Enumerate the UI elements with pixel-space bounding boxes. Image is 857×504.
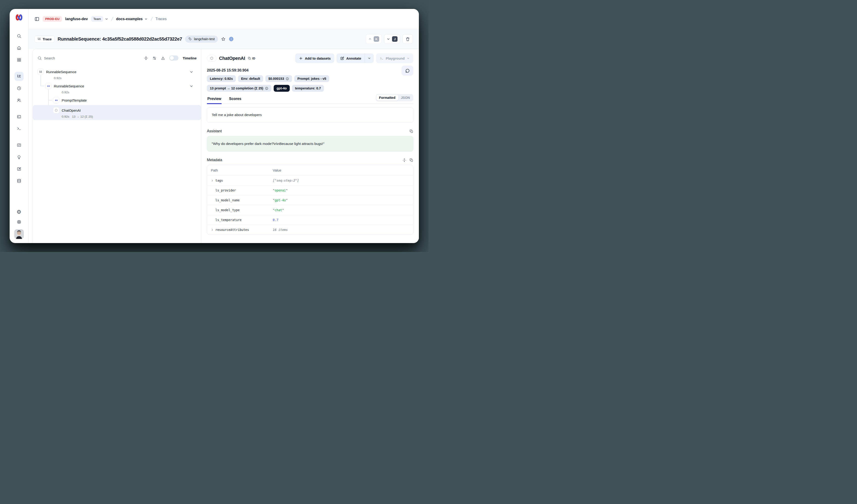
sidebar-item-traces[interactable]: [14, 72, 23, 81]
span-icon: [53, 97, 60, 103]
sidebar-item-sessions[interactable]: [14, 84, 23, 93]
sidebar-item-playground[interactable]: [14, 124, 23, 133]
annotate-dropdown-button[interactable]: [365, 53, 374, 63]
annotation-queue-icon: [17, 167, 21, 171]
tree-node-chatopenai-selected[interactable]: ChatOpenAI 0.92s 13 → 12 (Σ 25): [33, 105, 201, 120]
sidebar-item-evaluations[interactable]: [14, 141, 23, 150]
breadcrumb-page[interactable]: Traces: [155, 17, 167, 21]
info-icon: [286, 77, 289, 81]
tree-node-sequence-2[interactable]: RunnableSequence: [37, 83, 197, 89]
next-observation-button[interactable]: J: [384, 34, 400, 44]
chevron-down-icon: [144, 17, 148, 21]
add-to-datasets-button[interactable]: Add to datasets: [295, 53, 334, 63]
comments-button[interactable]: [401, 66, 413, 76]
sidebar-item-dashboards[interactable]: [14, 55, 23, 65]
tree-node-label: PromptTemplate: [62, 98, 87, 102]
sidebar-item-search[interactable]: [14, 31, 23, 40]
format-json[interactable]: JSON: [398, 95, 413, 101]
copy-icon: [248, 57, 251, 60]
sidebar-item-support[interactable]: [14, 218, 23, 227]
evaluations-icon: [17, 143, 21, 147]
search-input[interactable]: [44, 56, 79, 60]
copy-icon[interactable]: [409, 129, 413, 133]
bookmark-star-icon[interactable]: [221, 37, 226, 41]
search-icon: [17, 34, 21, 38]
delete-trace-button[interactable]: [402, 34, 413, 44]
playground-terminal-icon: [17, 126, 21, 131]
metadata-table: Path Value tags ["seq:step:2"] ls_provid…: [207, 165, 413, 235]
trace-detail-card: Timeline RunnableSequence 0.92s: [33, 49, 419, 243]
copy-id-button[interactable]: ID: [248, 57, 255, 60]
tree-node-root[interactable]: RunnableSequence: [37, 68, 197, 75]
sessions-clock-icon: [17, 86, 21, 91]
tokens-badge[interactable]: 13 prompt → 12 completion (Σ 25): [207, 85, 271, 92]
expand-all-icon[interactable]: [402, 158, 406, 162]
keycap-k: K: [374, 36, 379, 42]
table-row[interactable]: ls_model_name "gpt-4o": [207, 195, 413, 205]
format-formatted[interactable]: Formatted: [376, 95, 398, 101]
table-row[interactable]: ls_provider "openai": [207, 186, 413, 195]
tab-scores[interactable]: Scores: [229, 95, 241, 104]
model-badge[interactable]: gpt-4o: [274, 85, 290, 92]
tree-toolbar: Timeline: [37, 54, 197, 63]
span-icon: [45, 83, 52, 89]
tree-node-metrics: 0.92s 13 → 12 (Σ 25): [37, 114, 197, 119]
copy-icon[interactable]: [409, 158, 413, 162]
table-row[interactable]: tags ["seq:step:2"]: [207, 176, 413, 186]
sidebar-item-home[interactable]: [14, 44, 23, 53]
trace-header: Trace RunnableSequence: 4c35a5f52ca0588d…: [29, 29, 419, 49]
user-avatar[interactable]: [14, 229, 24, 239]
sidebar-item-datasets[interactable]: [14, 176, 23, 186]
chevron-down-icon[interactable]: [189, 84, 194, 88]
playground-button[interactable]: Playground: [376, 53, 413, 63]
public-globe-icon[interactable]: [229, 36, 234, 41]
tab-preview[interactable]: Preview: [207, 95, 222, 104]
annotate-button[interactable]: Annotate: [337, 53, 365, 63]
table-row[interactable]: ls_temperature 0.7: [207, 215, 413, 225]
observation-actions: Add to datasets Annotate P: [295, 53, 413, 63]
chevron-right-icon[interactable]: [211, 179, 214, 182]
chevron-up-icon: [368, 37, 372, 41]
prev-observation-button[interactable]: K: [366, 34, 382, 44]
tree-settings-icon[interactable]: [152, 56, 157, 60]
download-icon[interactable]: [161, 56, 165, 60]
openai-icon: [207, 55, 217, 62]
table-row[interactable]: resourceAttributes 16 items: [207, 225, 413, 234]
metadata-table-header: Path Value: [207, 165, 413, 176]
temperature-badge: temperature: 0.7: [292, 85, 324, 92]
sidebar-toggle-button[interactable]: [34, 17, 39, 21]
chevron-down-icon[interactable]: [189, 70, 194, 74]
sidebar-item-insights[interactable]: [14, 153, 23, 162]
observation-title: ChatOpenAI: [219, 56, 245, 61]
cost-badge[interactable]: $0.000153: [265, 75, 292, 82]
trace-type-label: Trace: [43, 37, 52, 41]
table-row[interactable]: ls_model_type "chat": [207, 205, 413, 215]
insights-bulb-icon: [17, 155, 21, 159]
search-icon: [37, 56, 42, 60]
sidebar-item-annotation-queues[interactable]: [14, 164, 23, 174]
breadcrumb-org-selector[interactable]: Team: [91, 16, 108, 22]
prompt-badge[interactable]: Prompt: jokes - v5: [294, 75, 329, 82]
breadcrumb-org[interactable]: langfuse-dev: [65, 17, 88, 21]
sidebar-item-settings[interactable]: ⚙: [14, 207, 23, 216]
sidebar-item-users[interactable]: [14, 95, 23, 105]
tree-node-prompt-template[interactable]: PromptTemplate: [37, 97, 197, 104]
list-tree-icon: [37, 37, 41, 41]
trace-type-badge: Trace: [34, 36, 55, 42]
info-icon: [265, 87, 268, 90]
timeline-toggle[interactable]: [169, 55, 179, 60]
chevron-down-icon: [387, 37, 390, 41]
chevron-right-icon[interactable]: [211, 228, 214, 231]
breadcrumb-project-selector[interactable]: docs-examples: [116, 17, 148, 21]
chevron-down-icon: [407, 57, 410, 60]
collapse-all-icon[interactable]: [144, 56, 148, 60]
users-icon: [17, 98, 21, 103]
tree-search[interactable]: [37, 56, 140, 60]
assistant-label: Assistant: [207, 129, 222, 133]
keycap-j: J: [392, 36, 398, 42]
main-content: PROD-EU langfuse-dev Team / docs-example…: [29, 9, 419, 243]
badge-row-1: Latency: 0.92s Env: default $0.000153 Pr…: [207, 75, 413, 82]
trace-tag[interactable]: langchain-test: [185, 36, 218, 42]
detail-tabs: Preview Scores Formatted JSON: [207, 95, 413, 104]
sidebar-item-prompts[interactable]: [14, 112, 23, 121]
